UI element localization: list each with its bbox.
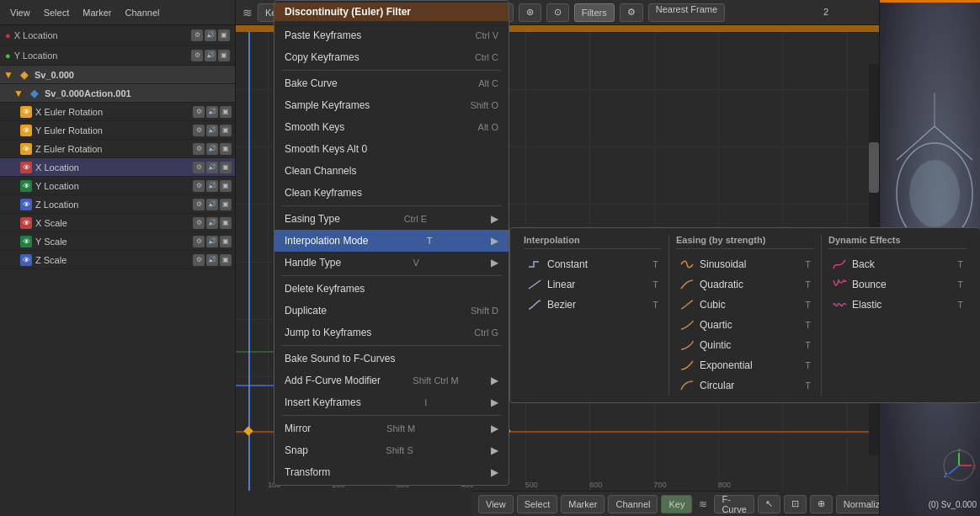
y-loc-icon1: ⚙ xyxy=(191,50,203,61)
menu-interpolation-mode[interactable]: Interpolation Mode T ▶ xyxy=(274,230,509,252)
quint-icon xyxy=(679,339,695,351)
bottom-key-btn[interactable]: Key xyxy=(661,495,692,513)
interp-cubic[interactable]: Cubic T xyxy=(676,295,814,315)
menu-bake-curve[interactable]: Bake Curve Alt C xyxy=(274,72,509,94)
sv-label: (0) Sv_0.000 xyxy=(929,500,977,509)
ch-icon-18: ▣ xyxy=(220,199,232,210)
marker-menu[interactable]: Marker xyxy=(77,6,116,19)
ch-icon-27: ▣ xyxy=(220,254,232,266)
svg-line-5 xyxy=(949,465,959,474)
viewport-gizmo[interactable]: X Y Z xyxy=(942,449,976,482)
menu-sample-keyframes[interactable]: Sample Keyframes Shift O xyxy=(274,94,509,116)
menu-smooth-keys[interactable]: Smooth Keys Alt O xyxy=(274,116,509,138)
channel-z-scale[interactable]: 👁 Z Scale ⚙ 🔊 ▣ xyxy=(0,251,235,269)
interp-exponential[interactable]: Exponential T xyxy=(676,355,814,375)
channel-x-euler[interactable]: 👁 X Euler Rotation ⚙ 🔊 ▣ xyxy=(0,103,235,121)
menu-transform[interactable]: Transform ▶ xyxy=(274,461,509,483)
sep-1 xyxy=(281,70,502,71)
v-scrollbar-thumb[interactable] xyxy=(869,142,879,193)
ch-icon-22: ⚙ xyxy=(193,236,205,247)
interp-sinusoidal[interactable]: Sinusoidal T xyxy=(676,254,814,274)
expo-icon xyxy=(679,359,695,371)
eye-x-loc: 👁 xyxy=(20,162,32,173)
select-menu[interactable]: Select xyxy=(39,6,75,19)
menu-insert-keyframes[interactable]: Insert Keyframes I ▶ xyxy=(274,391,509,413)
bottom-view-btn[interactable]: View xyxy=(478,495,514,513)
bezier-curve-icon xyxy=(527,299,542,311)
menu-copy-keyframes[interactable]: Copy Keyframes Ctrl C xyxy=(274,46,509,68)
x-location-label: X Location xyxy=(14,30,58,40)
interp-circular[interactable]: Circular T xyxy=(676,375,814,396)
ch-icon-25: ⚙ xyxy=(193,254,205,266)
svg-text:Y: Y xyxy=(957,449,961,453)
channel-x-location[interactable]: 👁 X Location ⚙ 🔊 ▣ xyxy=(0,158,235,177)
menu-jump-keyframes[interactable]: Jump to Keyframes Ctrl G xyxy=(274,322,509,343)
bottom-cursor-btn[interactable]: ↖ xyxy=(758,495,780,513)
nearest-frame-button[interactable]: Nearest Frame xyxy=(648,3,725,22)
channel-x-scale[interactable]: 👁 X Scale ⚙ 🔊 ▣ xyxy=(0,214,235,232)
bottom-channel-btn[interactable]: Channel xyxy=(608,495,658,513)
menu-duplicate[interactable]: Duplicate Shift D xyxy=(274,300,509,322)
interp-bezier[interactable]: Bezier T xyxy=(524,295,662,315)
x-loc-icon1: ⚙ xyxy=(191,29,203,41)
channel-z-euler[interactable]: 👁 Z Euler Rotation ⚙ 🔊 ▣ xyxy=(0,140,235,158)
ch-icon-15: ▣ xyxy=(220,180,232,192)
ch-icon-3: ▣ xyxy=(220,106,232,118)
svg-point-1 xyxy=(909,160,960,227)
view-menu[interactable]: View xyxy=(5,6,35,19)
filter-icon-btn[interactable]: ⚙ xyxy=(620,3,643,22)
bottom-box-btn[interactable]: ⊡ xyxy=(784,495,807,513)
menu-mirror[interactable]: Mirror Shift M ▶ xyxy=(274,418,509,439)
interp-constant[interactable]: Constant T xyxy=(524,254,662,274)
action-header[interactable]: ▼ ◆ Sv_0.000Action.001 xyxy=(0,84,235,103)
ch-icon-17: 🔊 xyxy=(206,199,218,210)
bottom-select-btn[interactable]: Select xyxy=(517,495,558,513)
menu-delete-keyframes[interactable]: Delete Keyframes xyxy=(274,278,509,300)
eye-z-loc: 👁 xyxy=(20,199,32,210)
bottom-fcurve-icon: ≋ xyxy=(699,498,707,510)
bottom-fcurve-btn[interactable]: F-Curve xyxy=(714,495,754,513)
menu-add-fcurve-mod[interactable]: Add F-Curve Modifier Shift Ctrl M ▶ xyxy=(274,370,509,391)
interp-quintic[interactable]: Quintic T xyxy=(676,335,814,355)
interp-elastic[interactable]: Elastic T xyxy=(828,295,967,315)
eye-x-scale: 👁 xyxy=(20,217,32,229)
menu-snap[interactable]: Snap Shift S ▶ xyxy=(274,439,509,461)
menu-paste-keyframes[interactable]: Paste Keyframes Ctrl V xyxy=(274,24,509,46)
channel-menu[interactable]: Channel xyxy=(120,6,164,19)
menu-bake-sound[interactable]: Bake Sound to F-Curves xyxy=(274,348,509,370)
channel-y-scale[interactable]: 👁 Y Scale ⚙ 🔊 ▣ xyxy=(0,232,235,251)
channel-z-location[interactable]: 👁 Z Location ⚙ 🔊 ▣ xyxy=(0,195,235,214)
menu-handle-type[interactable]: Handle Type V ▶ xyxy=(274,252,509,274)
interp-linear[interactable]: Linear T xyxy=(524,274,662,295)
svg-text:X: X xyxy=(972,464,976,470)
y-loc-icon3: ▣ xyxy=(218,50,230,61)
interp-quartic[interactable]: Quartic T xyxy=(676,315,814,335)
cubic-icon xyxy=(679,299,695,311)
interp-back[interactable]: Back T xyxy=(828,254,967,274)
proportional-btn[interactable]: ⊙ xyxy=(546,3,569,22)
arrow-icon-fcurvemod: ▶ xyxy=(491,375,498,386)
menu-clean-channels[interactable]: Clean Channels xyxy=(274,160,509,182)
interp-header-2: Easing (by strength) xyxy=(676,235,814,249)
y-loc-icon2: 🔊 xyxy=(205,50,216,61)
snap-icon-btn[interactable]: ⊛ xyxy=(519,3,541,22)
channel-y-euler[interactable]: 👁 Y Euler Rotation ⚙ 🔊 ▣ xyxy=(0,121,235,140)
arrow-icon-snap: ▶ xyxy=(491,444,498,456)
eye-y-euler: 👁 xyxy=(20,125,32,136)
bounce-icon xyxy=(832,279,847,290)
channel-y-location[interactable]: 👁 Y Location ⚙ 🔊 ▣ xyxy=(0,177,235,195)
ch-icon-21: ▣ xyxy=(220,217,232,229)
ch-icon-13: ⚙ xyxy=(193,180,205,192)
menu-smooth-keys-alt[interactable]: Smooth Keys Alt 0 xyxy=(274,138,509,160)
filters-button[interactable]: Filters xyxy=(574,3,615,22)
interp-bounce[interactable]: Bounce T xyxy=(828,274,967,295)
interp-quadratic[interactable]: Quadratic T xyxy=(676,274,814,295)
menu-clean-keyframes[interactable]: Clean Keyframes xyxy=(274,182,509,204)
sep-3 xyxy=(281,275,502,276)
elastic-icon xyxy=(832,299,847,311)
group-header-sv[interactable]: ▼ ◆ Sv_0.000 xyxy=(0,66,235,84)
menu-easing-type[interactable]: Easing Type Ctrl E ▶ xyxy=(274,208,509,230)
bottom-marker-btn[interactable]: Marker xyxy=(561,495,605,513)
x-loc-icon3: ▣ xyxy=(218,29,230,41)
bottom-move-btn[interactable]: ⊕ xyxy=(810,495,833,513)
